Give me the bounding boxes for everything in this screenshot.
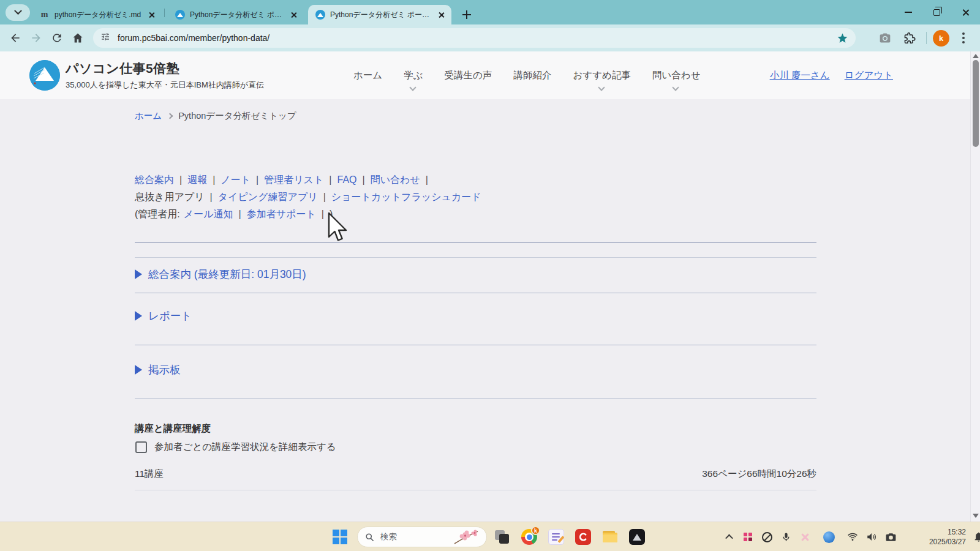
breadcrumb-current: Pythonデータ分析ゼミトップ: [178, 110, 296, 122]
restore-button[interactable]: [922, 0, 951, 24]
nav-instructors[interactable]: 講師紹介: [512, 67, 552, 84]
tray-pink-app[interactable]: [741, 530, 755, 544]
chrome-taskbar-button[interactable]: k: [521, 529, 537, 545]
notification-bell-button[interactable]: [972, 530, 980, 544]
link-participant-support[interactable]: 参加者サポート: [247, 208, 316, 221]
back-button[interactable]: [5, 28, 26, 48]
tab-3-active[interactable]: Pythonデータ分析ゼミ ポータルトップ: [308, 5, 451, 24]
nav-articles[interactable]: おすすめ記事: [571, 67, 631, 84]
clock-date: 2025/03/27: [923, 537, 966, 547]
link-separator: |: [179, 174, 182, 186]
reload-button[interactable]: [47, 28, 67, 48]
notepad-taskbar-button[interactable]: [548, 529, 564, 545]
screenshot-button[interactable]: [875, 28, 895, 48]
section-report[interactable]: レポート: [135, 309, 192, 323]
speaker-icon: [866, 531, 877, 542]
nav-contact[interactable]: 問い合わせ: [651, 67, 702, 84]
breadcrumb-home-link[interactable]: ホーム: [135, 110, 162, 122]
site-logo[interactable]: [29, 60, 60, 91]
new-tab-button[interactable]: [458, 6, 475, 23]
tab-close-button[interactable]: [146, 9, 157, 20]
section-title: 掲示板: [148, 362, 181, 377]
taskbar-search[interactable]: 検索: [357, 527, 487, 547]
tray-blue-app[interactable]: [821, 530, 836, 544]
link-separator: |: [213, 174, 215, 186]
screen: m pythonデータ分析ゼミ.md Pythonデータ分析ゼミ ポータルトップ…: [0, 0, 980, 551]
clipboard-app-button[interactable]: [575, 529, 591, 545]
section-divider: [135, 490, 816, 490]
site-subtitle: 35,000人を指導した東大卒・元日本IBM社内講師が直伝: [66, 80, 264, 91]
blue-sphere-icon: [823, 531, 835, 543]
close-icon: [438, 12, 445, 18]
link-admin-list[interactable]: 管理者リスト: [264, 174, 323, 187]
kebab-menu-icon: [962, 32, 965, 43]
tab-1[interactable]: m pythonデータ分析ゼミ.md: [32, 5, 162, 24]
tab-close-button[interactable]: [288, 9, 299, 20]
extensions-button[interactable]: [899, 28, 920, 48]
nav-home[interactable]: ホーム: [352, 67, 383, 84]
scrollbar-thumb[interactable]: [973, 60, 979, 147]
detail-display-row: 参加者ごとの講座学習状況を詳細表示する: [135, 441, 336, 454]
address-bar[interactable]: forum.pc5bai.com/member/python-data/: [93, 28, 856, 48]
chevron-up-icon: [725, 534, 733, 542]
link-notes[interactable]: ノート: [221, 174, 251, 187]
link-general-info[interactable]: 総合案内: [135, 174, 174, 187]
system-tray: 15:32 2025/03/27: [722, 522, 980, 551]
link-typing-app[interactable]: タイピング練習アプリ: [218, 191, 318, 204]
link-shortcut-flashcards[interactable]: ショートカットフラッシュカード: [331, 191, 481, 204]
bookmark-star-button[interactable]: [834, 29, 851, 47]
close-button[interactable]: [951, 0, 980, 24]
tab-search-button[interactable]: [6, 4, 30, 21]
scroll-up-arrow-icon[interactable]: [973, 54, 979, 58]
forward-button[interactable]: [26, 28, 47, 48]
detail-display-checkbox[interactable]: [135, 441, 147, 453]
minimize-button[interactable]: [894, 0, 922, 24]
dark-app-button[interactable]: [629, 529, 645, 545]
tray-volume[interactable]: [864, 530, 879, 544]
home-button[interactable]: [67, 28, 88, 48]
tray-expand-button[interactable]: [722, 530, 736, 544]
nav-learn[interactable]: 学ぶ: [402, 67, 424, 84]
start-button[interactable]: [333, 530, 347, 544]
taskbar: 検索 k: [0, 522, 980, 551]
tab-close-button[interactable]: [435, 9, 447, 20]
section-divider: [135, 257, 816, 258]
profile-avatar[interactable]: k: [933, 30, 949, 47]
breather-apps-label: 息抜き用アプリ: [135, 191, 205, 204]
section-divider: [135, 293, 816, 293]
tab-2[interactable]: Pythonデータ分析ゼミ ポータルトップ: [168, 5, 304, 24]
admin-prefix-label: (管理者用:: [135, 208, 180, 221]
home-icon: [72, 32, 84, 44]
logout-link[interactable]: ログアウト: [845, 69, 893, 82]
tray-camera[interactable]: [883, 530, 898, 544]
taskbar-clock[interactable]: 15:32 2025/03/27: [923, 527, 966, 547]
browser-menu-button[interactable]: [953, 28, 974, 48]
user-name-link[interactable]: 小川 慶一さん: [770, 69, 830, 82]
tray-blocked-app[interactable]: [760, 530, 774, 544]
link-mail-notification[interactable]: メール通知: [184, 208, 233, 221]
file-explorer-button[interactable]: [602, 529, 618, 545]
task-view-button[interactable]: [494, 529, 510, 545]
courses-heading: 講座と講座理解度: [135, 422, 211, 435]
nav-voices[interactable]: 受講生の声: [443, 67, 494, 84]
tray-microphone[interactable]: [778, 530, 793, 544]
search-placeholder: 検索: [380, 531, 452, 542]
tray-pink-x-app[interactable]: [797, 530, 812, 544]
link-faq[interactable]: FAQ: [337, 174, 357, 186]
section-general-info[interactable]: 総合案内 (最終更新日: 01月30日): [135, 267, 306, 282]
close-icon: [962, 9, 970, 17]
section-board[interactable]: 掲示板: [135, 362, 181, 377]
tab-title: Pythonデータ分析ゼミ ポータルトップ: [190, 10, 284, 20]
wifi-icon: [847, 531, 858, 542]
link-weekly-report[interactable]: 週報: [187, 174, 207, 187]
page-scrollbar[interactable]: [970, 51, 980, 522]
window-controls: [894, 0, 980, 24]
link-contact[interactable]: 問い合わせ: [371, 174, 420, 187]
checkbox-label[interactable]: 参加者ごとの講座学習状況を詳細表示する: [154, 441, 336, 454]
tray-wifi[interactable]: [845, 530, 860, 544]
page-viewport: パソコン仕事5倍塾 35,000人を指導した東大卒・元日本IBM社内講師が直伝 …: [0, 51, 980, 522]
browser-window: m pythonデータ分析ゼミ.md Pythonデータ分析ゼミ ポータルトップ…: [0, 0, 980, 522]
scroll-down-arrow-icon[interactable]: [973, 514, 979, 518]
site-settings-icon[interactable]: [100, 32, 110, 44]
bell-sleep-icon: [974, 531, 980, 543]
